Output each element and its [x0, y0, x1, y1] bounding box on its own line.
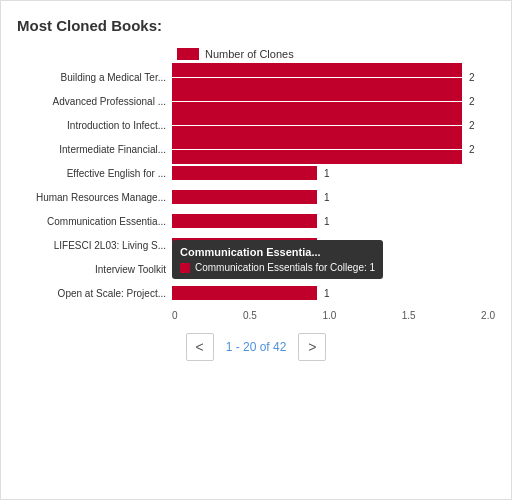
prev-button[interactable]: <	[186, 333, 214, 361]
legend-color-swatch	[177, 48, 199, 60]
chart-area: Number of Clones Building a Medical Ter.…	[17, 48, 495, 321]
bar-label: Building a Medical Ter...	[17, 72, 172, 83]
bar-label: Human Resources Manage...	[17, 192, 172, 203]
bar-row: Communication Essentia...1	[17, 210, 495, 232]
bar-fill	[172, 63, 462, 77]
bar-fill	[172, 87, 462, 101]
bar-track: 1	[172, 166, 495, 180]
bar-label: Effective English for ...	[17, 168, 172, 179]
bar-row: Human Resources Manage...1	[17, 186, 495, 208]
bar-value: 2	[469, 72, 475, 83]
tooltip-value-text: Communication Essentials for College: 1	[195, 262, 375, 273]
bar-label: Intermediate Financial...	[17, 144, 172, 155]
x-axis-tick: 0.5	[243, 310, 257, 321]
bar-value: 2	[469, 96, 475, 107]
next-button[interactable]: >	[298, 333, 326, 361]
bar-value: 1	[324, 216, 330, 227]
bar-track: 2	[172, 118, 495, 132]
bar-label: Introduction to Infect...	[17, 120, 172, 131]
bar-fill	[172, 214, 317, 228]
tooltip-row: Communication Essentials for College: 1	[180, 262, 375, 273]
page-info: 1 - 20 of 42	[226, 340, 287, 354]
bar-group	[172, 135, 462, 164]
bar-track: 2	[172, 94, 495, 108]
bar-label: Open at Scale: Project...	[17, 288, 172, 299]
x-axis: 00.51.01.52.0	[172, 310, 495, 321]
bar-fill	[172, 190, 317, 204]
bar-label: Advanced Professional ...	[17, 96, 172, 107]
bar-label: Interview Toolkit	[17, 264, 172, 275]
bar-row: Building a Medical Ter...2	[17, 66, 495, 88]
bar-track: 1	[172, 190, 495, 204]
bar-row: Intermediate Financial...2	[17, 138, 495, 160]
bar-track: 1	[172, 214, 495, 228]
bar-value: 2	[469, 120, 475, 131]
chart-title: Most Cloned Books:	[17, 17, 495, 34]
tooltip-color-swatch	[180, 263, 190, 273]
x-axis-labels: 00.51.01.52.0	[172, 310, 495, 321]
bar-value: 1	[324, 168, 330, 179]
bar-fill	[172, 150, 462, 164]
x-axis-tick: 1.5	[402, 310, 416, 321]
bar-fill	[172, 111, 462, 125]
bar-fill	[172, 135, 462, 149]
bar-label: LIFESCI 2L03: Living S...	[17, 240, 172, 251]
bar-track: 2	[172, 70, 495, 84]
bar-value: 2	[469, 144, 475, 155]
bar-track: 1	[172, 286, 495, 300]
tooltip: Communication Essentia... Communication …	[172, 240, 383, 279]
bar-row: Advanced Professional ...2	[17, 90, 495, 112]
bar-track: 2	[172, 142, 495, 156]
pagination: < 1 - 20 of 42 >	[17, 333, 495, 361]
x-axis-tick: 2.0	[481, 310, 495, 321]
legend-label: Number of Clones	[205, 48, 294, 60]
bar-value: 1	[324, 288, 330, 299]
bar-label: Communication Essentia...	[17, 216, 172, 227]
bar-row: Introduction to Infect...2	[17, 114, 495, 136]
x-axis-tick: 1.0	[322, 310, 336, 321]
main-container: Most Cloned Books: Number of Clones Buil…	[0, 0, 512, 500]
tooltip-title: Communication Essentia...	[180, 246, 375, 258]
legend: Number of Clones	[177, 48, 495, 60]
x-axis-tick: 0	[172, 310, 178, 321]
bar-fill	[172, 286, 317, 300]
bar-fill	[172, 166, 317, 180]
bar-value: 1	[324, 192, 330, 203]
bar-row: Open at Scale: Project...1	[17, 282, 495, 304]
bar-row: Effective English for ...1	[17, 162, 495, 184]
